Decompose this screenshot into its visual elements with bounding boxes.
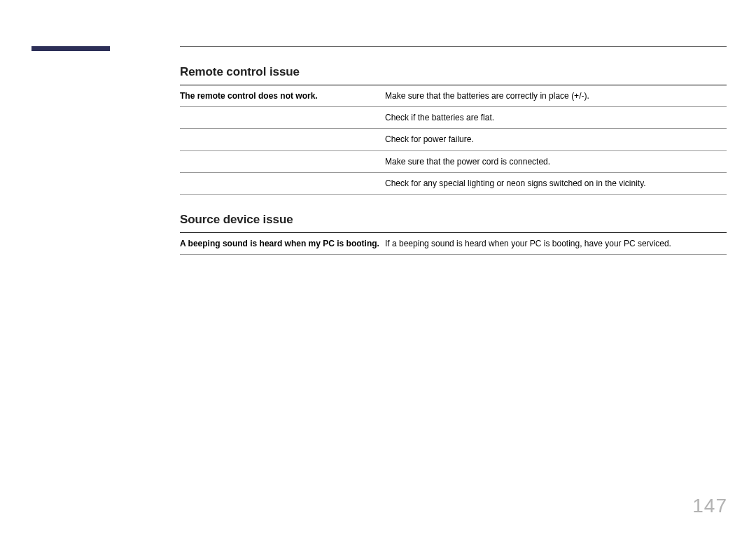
- page-number: 147: [692, 495, 727, 517]
- solution-cell: Check for power failure.: [385, 129, 727, 150]
- table-row: Check for any special lighting or neon s…: [180, 172, 727, 194]
- table-row: Check if the batteries are flat.: [180, 107, 727, 129]
- symptom-cell: [180, 172, 385, 194]
- solution-cell: Check if the batteries are flat.: [385, 107, 727, 129]
- accent-bar: [31, 46, 110, 51]
- section-heading-source: Source device issue: [180, 213, 727, 227]
- table-row: The remote control does not work. Make s…: [180, 85, 727, 107]
- symptom-cell: [180, 107, 385, 129]
- symptom-cell: A beeping sound is heard when my PC is b…: [180, 232, 385, 254]
- section-gap: [180, 195, 727, 213]
- solution-cell: Make sure that the batteries are correct…: [385, 85, 727, 107]
- solution-cell: If a beeping sound is heard when your PC…: [385, 232, 727, 254]
- symptom-cell: [180, 150, 385, 172]
- top-divider: [180, 46, 727, 47]
- table-source-device: A beeping sound is heard when my PC is b…: [180, 232, 727, 255]
- table-row: Make sure that the power cord is connect…: [180, 150, 727, 172]
- table-remote-control: The remote control does not work. Make s…: [180, 85, 727, 195]
- page-container: Remote control issue The remote control …: [0, 0, 756, 534]
- content-area: Remote control issue The remote control …: [180, 46, 727, 255]
- table-row: A beeping sound is heard when my PC is b…: [180, 232, 727, 254]
- table-row: Check for power failure.: [180, 129, 727, 150]
- symptom-cell: [180, 129, 385, 150]
- symptom-cell: The remote control does not work.: [180, 85, 385, 107]
- solution-cell: Check for any special lighting or neon s…: [385, 172, 727, 194]
- solution-cell: Make sure that the power cord is connect…: [385, 150, 727, 172]
- section-heading-remote: Remote control issue: [180, 65, 727, 79]
